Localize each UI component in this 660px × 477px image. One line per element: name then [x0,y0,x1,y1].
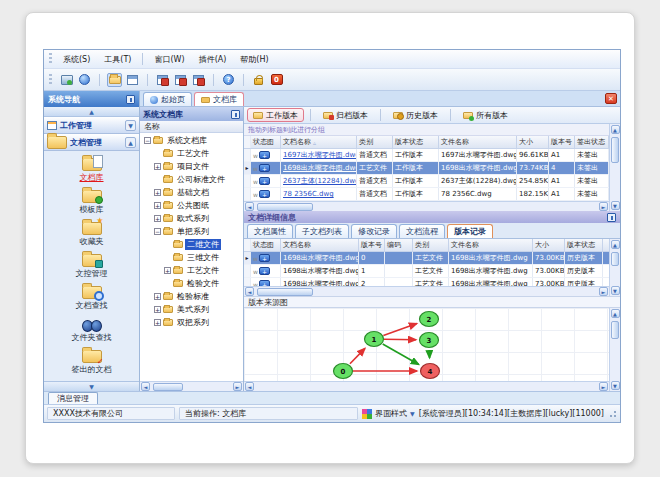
expand-icon[interactable]: + [154,163,161,170]
column-header-3[interactable]: 版本号 [359,239,385,251]
collapse-icon[interactable]: − [144,137,151,144]
tab-modify-records[interactable]: 修改记录 [351,224,397,238]
expand-icon[interactable]: + [154,189,161,196]
pin-icon[interactable] [231,110,240,119]
table-row[interactable]: w+78 2356C.dwg普通文档工作版本78 2356C.dwg182.15… [244,188,609,201]
menubar-grip[interactable] [49,53,52,65]
scroll-thumb[interactable] [611,321,619,339]
table2-vertical-scrollbar[interactable]: ▲ ▼ [609,239,620,296]
toolbar-grip[interactable] [49,74,52,86]
column-header-6[interactable]: 文件名称 [449,239,533,251]
table-row[interactable]: w+2637主体(12284).dwg普通文档工作版本2637主体(12284)… [244,175,609,188]
group-document-management[interactable]: 文档管理▲ [44,134,139,151]
scroll-thumb[interactable] [257,288,313,296]
sidebar-item-checked-out-docs[interactable]: 签出的文档 [44,346,139,378]
scroll-up-icon[interactable]: ▲ [611,309,620,318]
tab-document-library[interactable]: 文档库 [194,92,244,106]
tree-node[interactable]: +欧式系列 [140,212,243,225]
tab-version-records[interactable]: 版本记录 [447,224,493,238]
all-version-button[interactable]: 所有版本 [457,108,514,122]
tree-column-header[interactable]: 名称 [140,121,243,133]
column-header-6[interactable]: 大小 [517,136,549,148]
scroll-left-icon[interactable]: ◄ [245,382,254,391]
report-window-icon-3[interactable] [191,73,206,87]
sidebar-item-template-library[interactable]: 模板库 [44,186,139,218]
tab-doc-properties[interactable]: 文档属性 [247,224,293,238]
expand-icon[interactable]: + [154,306,161,313]
expand-icon[interactable]: + [164,267,171,274]
sidebar-item-folder-search[interactable]: 文件夹查找 [44,314,139,346]
scroll-right-icon[interactable]: ► [233,382,242,391]
table-row[interactable]: w+1697出水嘴零件图.dwg普通文档工作版本1697出水嘴零件图.dwg96… [244,149,609,162]
menu-item-system[interactable]: 系统(S) [56,52,97,67]
table1-vertical-scrollbar[interactable]: ▲ ▼ [609,124,620,211]
tree-node[interactable]: +项目文件 [140,160,243,173]
report-window-icon-1[interactable] [155,73,170,87]
scroll-left-icon[interactable]: ◄ [245,287,254,296]
tree-node[interactable]: +检验标准 [140,290,243,303]
tree-node[interactable]: +美式系列 [140,303,243,316]
column-header-5[interactable]: 文件名称 [439,136,517,148]
version-node-2[interactable]: 2 [420,312,439,327]
cell-doc_name[interactable]: 1698出水嘴零件图.dwg [281,162,357,174]
grid-window-icon[interactable] [125,73,140,87]
column-header-1[interactable]: 状态图 [251,239,281,251]
version-node-1[interactable]: 1 [365,332,384,347]
column-header-1[interactable]: 状态图 [251,136,281,148]
tree-node[interactable]: +工艺文件 [140,264,243,277]
column-header-2[interactable]: 文档名称▵ [281,136,357,148]
column-header-2[interactable]: 文档名称 [281,239,359,251]
exit-icon[interactable]: 0 [269,73,284,87]
expand-icon[interactable]: + [154,202,161,209]
table-row[interactable]: ▸w+1698出水嘴零件图.dwg0工艺文件1698出水嘴零件图.dwg73.0… [244,252,609,265]
tree-node[interactable]: 工艺文件 [140,147,243,160]
table-row[interactable]: w+1698出水嘴零件图.dwg2工艺文件1698出水嘴零件图.dwg73.00… [244,278,609,286]
collapse-icon[interactable]: − [154,228,161,235]
version-node-4[interactable]: 4 [421,364,440,379]
scroll-down-icon[interactable]: ▼ [611,201,620,210]
tree-node[interactable]: 三维文件 [140,251,243,264]
graph-vertical-scrollbar[interactable]: ▲ ▼ [609,308,620,391]
open-folder-icon[interactable] [107,73,122,87]
scroll-thumb[interactable] [153,383,183,391]
graph-horizontal-scrollbar[interactable]: ◄ ► [244,381,609,391]
scroll-right-icon[interactable]: ► [599,382,608,391]
tree-node[interactable]: −单把系列 [140,225,243,238]
pin-icon[interactable] [126,95,135,104]
cell-doc_name[interactable]: 78 2356C.dwg [281,188,357,200]
tree-node[interactable]: −系统文档库 [140,134,243,147]
cell-doc_name[interactable]: 1697出水嘴零件图.dwg [281,149,357,161]
column-header-8[interactable]: 签出状态 [575,136,609,148]
sidebar-item-doc-control[interactable]: 文控管理 [44,250,139,282]
tree-node[interactable]: +双把系列 [140,316,243,329]
version-node-3[interactable]: 3 [420,333,439,348]
archive-version-button[interactable]: 归档版本 [317,108,374,122]
scroll-thumb[interactable] [257,203,313,211]
scroll-right-icon[interactable]: ► [599,287,608,296]
tab-start-page[interactable]: 起始页 [143,92,192,106]
column-header-7[interactable]: 版本号 [549,136,575,148]
scroll-down-icon[interactable]: ▼ [611,381,620,390]
sidebar-scroll-down[interactable]: ▼ [44,381,139,391]
column-header-5[interactable]: 类别 [413,239,449,251]
help-icon[interactable]: ? [221,73,236,87]
sidebar-item-doc-search[interactable]: 文档查找 [44,282,139,314]
interface-style-button[interactable]: 界面样式 ▼ [362,408,415,419]
menu-item-plugins[interactable]: 插件(A) [192,52,234,67]
scroll-left-icon[interactable]: ◄ [141,382,150,391]
resize-grip[interactable] [608,409,617,418]
menu-item-help[interactable]: 帮助(H) [233,52,275,67]
history-version-button[interactable]: 历史版本 [387,108,444,122]
tree-horizontal-scrollbar[interactable]: ◄ ► [140,381,243,391]
column-header-8[interactable]: 版本状态 [565,239,603,251]
tree-node[interactable]: 二维文件 [140,238,243,251]
version-node-0[interactable]: 0 [334,364,353,379]
work-version-button[interactable]: 工作版本 [247,108,304,122]
scroll-up-icon[interactable]: ▲ [611,240,620,249]
monitor-icon[interactable] [59,73,74,87]
sidebar-item-favorites[interactable]: 收藏夹 [44,218,139,250]
scroll-right-icon[interactable]: ► [599,202,608,211]
scroll-thumb[interactable] [611,137,619,163]
chevron-down-icon[interactable]: ▼ [125,120,136,131]
menu-item-tools[interactable]: 工具(T) [97,52,138,67]
